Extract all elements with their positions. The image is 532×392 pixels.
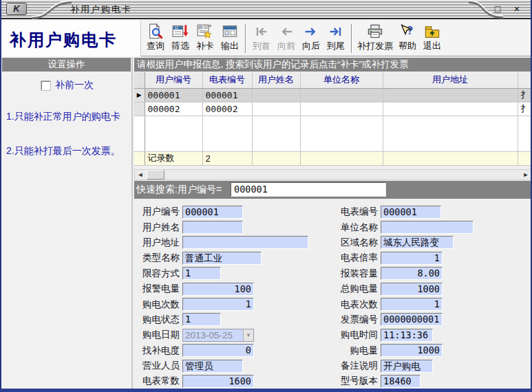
total-energy-field[interactable]: 1000 — [381, 283, 443, 296]
selector-header — [134, 72, 145, 88]
output-button[interactable]: 输出 — [217, 22, 242, 55]
user-address-field[interactable] — [182, 236, 308, 249]
scrollbar-thumb[interactable] — [147, 170, 164, 179]
field-label: 用户姓名 — [138, 221, 182, 234]
table-row[interactable]: ▶ 000001 000001 扌 — [134, 88, 532, 102]
help-button[interactable]: ? 帮助 — [395, 22, 420, 55]
go-last-button[interactable]: 到尾 — [323, 22, 348, 55]
dropdown-arrow-icon[interactable]: ▼ — [243, 329, 253, 341]
field-label: 限容方式 — [138, 268, 182, 280]
col-header: 用户地址 — [383, 72, 518, 88]
quick-search-input[interactable]: 000001 — [231, 182, 386, 197]
go-previous-button: 向前 — [274, 22, 299, 55]
type-name-field[interactable]: 普通工业 — [182, 252, 262, 265]
field-label: 找补电度 — [138, 345, 182, 357]
reissue-card-button[interactable]: + 补卡 — [193, 22, 217, 55]
user-id-field[interactable]: 000001 — [182, 206, 243, 219]
col-header: 用户编号 — [145, 72, 202, 88]
sidebar-note: 1.只能补正常用户的购电卡 — [6, 111, 120, 123]
purchase-status-field[interactable]: 1 — [182, 313, 221, 326]
user-name-field[interactable] — [182, 221, 243, 234]
field-label: 电表常数 — [138, 375, 182, 387]
unit-name-field[interactable] — [381, 221, 474, 234]
exit-folder-icon — [424, 23, 440, 40]
cell — [252, 88, 300, 102]
help-cursor-icon: ? — [399, 23, 416, 40]
reissue-previous-checkbox-row[interactable]: 补前一次 — [41, 79, 94, 91]
output-window-icon — [222, 23, 238, 40]
reprint-invoice-button[interactable]: 补打发票 — [355, 22, 395, 55]
quick-search-label: 快速搜索:用户编号= — [136, 184, 222, 196]
search-icon — [147, 23, 164, 40]
field-label: 类型名称 — [138, 252, 182, 264]
field-label: 电表次数 — [328, 298, 381, 311]
toolbar: 补用户购电卡 查询 12 — [1, 21, 531, 56]
meter-id-field[interactable]: 000001 — [381, 206, 441, 219]
field-label: 发票编号 — [328, 314, 381, 326]
purchase-date-combo[interactable]: 2013-05-25 ▼ — [182, 329, 254, 342]
app-window: K 补用户购电卡 □ × 补用户购电卡 查询 — [0, 0, 532, 392]
cell-clipped: 扌 — [518, 88, 532, 102]
maximize-button[interactable]: □ — [489, 2, 506, 16]
col-header: 电表编号 — [202, 72, 252, 88]
cell — [383, 88, 518, 102]
meter-times-field[interactable]: 1 — [381, 298, 443, 311]
adjust-energy-field[interactable]: 0 — [182, 344, 254, 357]
alarm-energy-field[interactable]: 100 — [182, 283, 254, 296]
sidebar-note: 2.只能补打最后一次发票。 — [6, 145, 120, 157]
limit-mode-field[interactable]: 1 — [182, 267, 221, 280]
purchase-times-field[interactable]: 1 — [182, 298, 254, 311]
purchase-time-field[interactable]: 11:13:36 — [381, 329, 433, 342]
window-title: 补用户购电卡 — [70, 3, 132, 16]
go-last-label: 到尾 — [327, 40, 345, 52]
quick-search-bar: 快速搜索:用户编号= 000001 — [134, 181, 532, 199]
meter-ratio-field[interactable]: 1 — [381, 252, 443, 265]
query-label: 查询 — [147, 40, 164, 52]
toolbar-separator — [351, 24, 352, 53]
help-label: 帮助 — [398, 40, 416, 52]
model-version-field[interactable]: 18460 — [381, 375, 421, 388]
titlebar-curve-left — [28, 0, 76, 19]
card-add-icon: + — [197, 23, 213, 40]
cell — [300, 88, 383, 102]
field-label: 购电量 — [328, 345, 381, 357]
operator-field[interactable]: 管理员 — [182, 360, 243, 373]
purchase-energy-field[interactable]: 1000 — [381, 344, 443, 357]
reprint-invoice-label: 补打发票 — [357, 40, 393, 52]
field-label: 电表编号 — [328, 206, 381, 218]
sidebar: 设置操作 补前一次 1.只能补正常用户的购电卡 2.只能补打最后一次发票。 — [1, 57, 133, 389]
printer-icon — [367, 23, 383, 40]
go-next-label: 向后 — [302, 40, 320, 52]
go-next-icon — [303, 23, 319, 40]
checkbox-icon[interactable] — [41, 81, 50, 90]
col-header-clipped — [518, 72, 532, 88]
col-header: 单位名称 — [300, 72, 383, 88]
exit-label: 退出 — [423, 40, 441, 52]
go-first-icon — [253, 23, 270, 40]
horizontal-scrollbar[interactable]: ◄ ► — [134, 169, 532, 180]
table-row[interactable]: 000002 000002 扌 — [134, 102, 532, 116]
scroll-right-arrow-icon[interactable]: ► — [521, 171, 531, 179]
exit-button[interactable]: 退出 — [420, 22, 445, 55]
installed-capacity-field[interactable]: 8.00 — [381, 267, 443, 280]
remark-field[interactable]: 开户购电 — [381, 360, 433, 373]
detail-form: 用户编号000001 用户姓名 用户地址 类型名称普通工业 限容方式1 报警电量… — [134, 199, 532, 389]
field-label: 区域名称 — [328, 237, 381, 249]
query-button[interactable]: 查询 — [143, 22, 168, 55]
meter-constant-field[interactable]: 1600 — [182, 375, 254, 388]
filter-button[interactable]: 12 筛选 — [168, 22, 193, 55]
go-next-button[interactable]: 向后 — [299, 22, 323, 55]
filter-label: 筛选 — [171, 40, 189, 52]
area-name-field[interactable]: 城东人民路变 — [381, 236, 454, 249]
app-logo-icon: K — [6, 3, 27, 15]
field-label: 用户编号 — [138, 206, 182, 218]
checkbox-label: 补前一次 — [55, 79, 94, 91]
record-count-row: 记录数 2 — [134, 151, 532, 165]
close-button[interactable]: × — [509, 2, 525, 16]
invoice-number-field[interactable]: 0000000001 — [381, 313, 443, 326]
field-label: 单位名称 — [328, 221, 381, 234]
user-records-table: 用户编号 电表编号 用户姓名 单位名称 用户地址 ▶ 000001 000001… — [134, 72, 532, 166]
page-title: 补用户购电卡 — [10, 29, 117, 51]
cell — [383, 102, 518, 116]
scroll-left-arrow-icon[interactable]: ◄ — [136, 171, 145, 179]
